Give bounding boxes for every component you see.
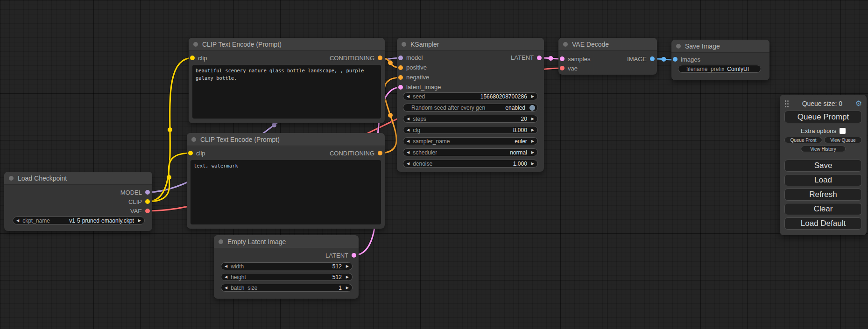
conditioning-port-dot[interactable] <box>398 75 403 80</box>
scheduler-widget[interactable]: ◀ scheduler normal ▶ <box>403 148 538 156</box>
decrement-arrow-icon[interactable]: ◀ <box>16 219 19 223</box>
drag-handle-icon[interactable] <box>784 100 789 107</box>
view-queue-button[interactable]: View Queue <box>824 137 862 143</box>
settings-gear-icon[interactable]: ⚙ <box>855 100 862 107</box>
toggle-knob[interactable] <box>529 105 535 111</box>
output-port-conditioning[interactable]: CONDITIONING <box>330 150 385 157</box>
input-port-positive[interactable]: positive <box>397 64 427 71</box>
decrement-arrow-icon[interactable]: ◀ <box>407 128 409 132</box>
node-vae-decode[interactable]: VAE Decode samples IMAGE vae <box>558 38 657 75</box>
collapse-dot[interactable] <box>676 44 681 49</box>
load-button[interactable]: Load <box>784 174 862 186</box>
collapse-dot[interactable] <box>191 137 196 142</box>
decrement-arrow-icon[interactable]: ◀ <box>407 117 409 121</box>
input-port-images[interactable]: images <box>671 56 700 63</box>
input-port-vae[interactable]: vae <box>558 65 578 72</box>
width-widget[interactable]: ◀ width 512 ▶ <box>221 262 353 270</box>
increment-arrow-icon[interactable]: ▶ <box>531 128 534 132</box>
latent-port-dot[interactable] <box>537 56 542 60</box>
input-port-model[interactable]: model <box>397 54 423 61</box>
output-port-model[interactable]: MODEL <box>120 189 152 196</box>
clip-port-dot[interactable] <box>145 199 150 204</box>
decrement-arrow-icon[interactable]: ◀ <box>225 265 227 268</box>
conditioning-port-dot[interactable] <box>398 65 403 70</box>
cfg-widget[interactable]: ◀ cfg 8.000 ▶ <box>403 126 538 134</box>
input-port-samples[interactable]: samples <box>558 56 590 63</box>
save-button[interactable]: Save <box>784 160 862 172</box>
latent-port-dot[interactable] <box>352 253 356 258</box>
increment-arrow-icon[interactable]: ▶ <box>531 95 534 98</box>
increment-arrow-icon[interactable]: ▶ <box>531 117 534 121</box>
queue-panel[interactable]: Queue size: 0 ⚙ Queue Prompt Extra optio… <box>780 95 867 235</box>
output-port-vae[interactable]: VAE <box>130 208 152 215</box>
filename-prefix-widget[interactable]: filename_prefix ComfyUI <box>678 65 761 73</box>
input-port-clip[interactable]: clip <box>189 55 207 62</box>
clip-port-dot[interactable] <box>188 151 193 155</box>
increment-arrow-icon[interactable]: ▶ <box>346 265 349 268</box>
node-ksampler[interactable]: KSampler model LATENT positive <box>397 38 544 172</box>
model-port-dot[interactable] <box>145 190 150 195</box>
model-port-dot[interactable] <box>398 56 403 60</box>
node-load-checkpoint[interactable]: Load Checkpoint MODEL CLIP VAE <box>4 172 152 231</box>
latent-port-dot[interactable] <box>398 85 403 90</box>
decrement-arrow-icon[interactable]: ◀ <box>407 162 409 166</box>
collapse-dot[interactable] <box>193 42 198 47</box>
batch-size-widget[interactable]: ◀ batch_size 1 ▶ <box>221 284 353 292</box>
vae-port-dot[interactable] <box>145 209 150 213</box>
ckpt-name-widget[interactable]: ◀ ckpt_name v1-5-pruned-emaonly.ckpt ▶ <box>13 217 145 224</box>
node-titlebar: CLIP Text Encode (Prompt) <box>187 133 385 146</box>
denoise-widget[interactable]: ◀ denoise 1.000 ▶ <box>403 160 538 168</box>
decrement-arrow-icon[interactable]: ◀ <box>407 151 409 154</box>
conditioning-port-dot[interactable] <box>378 151 382 155</box>
vae-port-dot[interactable] <box>560 66 565 70</box>
collapse-dot[interactable] <box>563 42 568 47</box>
output-port-conditioning[interactable]: CONDITIONING <box>330 55 385 62</box>
queue-prompt-button[interactable]: Queue Prompt <box>784 111 862 123</box>
node-title: CLIP Text Encode (Prompt) <box>202 41 282 48</box>
output-port-clip[interactable]: CLIP <box>128 198 152 205</box>
queue-front-button[interactable]: Queue Front <box>784 137 822 143</box>
node-empty-latent-image[interactable]: Empty Latent Image LATENT ◀ width 512 ▶ … <box>214 235 359 299</box>
increment-arrow-icon[interactable]: ▶ <box>138 219 141 223</box>
extra-options-checkbox[interactable] <box>840 128 846 134</box>
refresh-button[interactable]: Refresh <box>784 189 862 201</box>
input-port-clip[interactable]: clip <box>187 150 205 157</box>
node-clip-text-encode-positive[interactable]: CLIP Text Encode (Prompt) clip CONDITION… <box>189 38 385 123</box>
collapse-dot[interactable] <box>219 239 223 244</box>
negative-prompt-textarea[interactable]: text, watermark <box>191 160 381 224</box>
conditioning-port-dot[interactable] <box>378 56 382 60</box>
load-default-button[interactable]: Load Default <box>784 217 862 230</box>
node-save-image[interactable]: Save Image images filename_prefix ComfyU… <box>671 40 769 80</box>
increment-arrow-icon[interactable]: ▶ <box>531 162 534 166</box>
steps-widget[interactable]: ◀ steps 20 ▶ <box>403 115 538 123</box>
sampler-name-widget[interactable]: ◀ sampler_name euler ▶ <box>403 137 538 145</box>
clear-button[interactable]: Clear <box>784 203 862 215</box>
increment-arrow-icon[interactable]: ▶ <box>346 275 349 279</box>
output-port-image[interactable]: IMAGE <box>627 56 657 63</box>
output-port-latent[interactable]: LATENT <box>325 252 359 259</box>
random-seed-toggle-widget[interactable]: Random seed after every gen enabled <box>403 104 538 112</box>
node-clip-text-encode-negative[interactable]: CLIP Text Encode (Prompt) clip CONDITION… <box>187 133 385 229</box>
input-port-negative[interactable]: negative <box>397 74 429 81</box>
collapse-dot[interactable] <box>9 176 14 181</box>
input-port-latent-image[interactable]: latent_image <box>397 84 441 91</box>
image-port-dot[interactable] <box>650 56 655 61</box>
increment-arrow-icon[interactable]: ▶ <box>531 140 534 143</box>
output-port-latent[interactable]: LATENT <box>511 54 544 61</box>
collapse-dot[interactable] <box>402 42 406 47</box>
latent-port-dot[interactable] <box>560 56 565 61</box>
image-port-dot[interactable] <box>673 57 677 62</box>
increment-arrow-icon[interactable]: ▶ <box>346 286 349 290</box>
decrement-arrow-icon[interactable]: ◀ <box>407 95 409 98</box>
decrement-arrow-icon[interactable]: ◀ <box>225 286 227 290</box>
clip-port-dot[interactable] <box>190 56 195 60</box>
positive-prompt-textarea[interactable]: beautiful scenery nature glass bottle la… <box>192 65 381 119</box>
node-title: KSampler <box>410 41 439 48</box>
decrement-arrow-icon[interactable]: ◀ <box>407 140 409 143</box>
view-history-button[interactable]: View History <box>801 146 846 152</box>
decrement-arrow-icon[interactable]: ◀ <box>225 275 227 279</box>
increment-arrow-icon[interactable]: ▶ <box>531 151 534 154</box>
height-widget[interactable]: ◀ height 512 ▶ <box>221 273 353 281</box>
node-graph-canvas[interactable]: Load Checkpoint MODEL CLIP VAE <box>0 0 868 329</box>
seed-widget[interactable]: ◀ seed 156680208700286 ▶ <box>403 92 538 100</box>
